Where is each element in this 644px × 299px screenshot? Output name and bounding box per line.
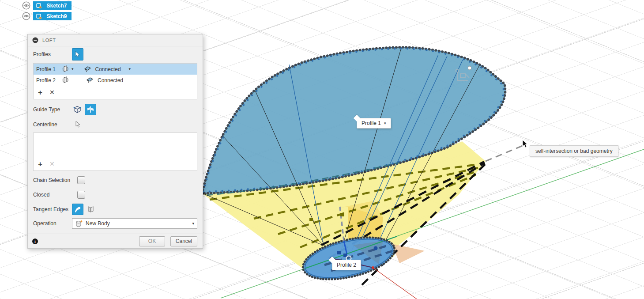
guide-type-label: Guide Type — [33, 106, 72, 113]
chain-selection-checkbox[interactable] — [77, 176, 85, 184]
profile-2-callout-label: Profile 2 — [337, 262, 356, 268]
profiles-label: Profiles — [33, 51, 72, 57]
operation-dropdown[interactable]: New Body ▾ — [72, 218, 197, 229]
profile-row-1[interactable]: Profile 1 ▾ Connected ▾ — [34, 64, 197, 75]
tangent-smooth-button[interactable] — [72, 204, 83, 215]
sketch-icon — [36, 13, 42, 19]
chevron-down-icon[interactable]: ▾ — [384, 121, 386, 125]
centerline-icon — [87, 106, 94, 114]
red-axis-line — [373, 268, 417, 299]
select-cursor-icon — [75, 51, 80, 58]
profile-2-callout[interactable]: Profile 2 — [332, 260, 361, 270]
centerline-list[interactable]: + ✕ — [33, 132, 197, 171]
tangent-sharp-icon — [87, 205, 95, 213]
centerline-label: Centerline — [33, 121, 72, 128]
profile-1-callout-label: Profile 1 — [362, 120, 381, 126]
add-centerline-button[interactable]: + — [38, 160, 42, 168]
remove-centerline-button[interactable]: ✕ — [49, 161, 55, 167]
profile-1-name: Profile 1 — [36, 66, 62, 72]
cancel-button[interactable]: Cancel — [170, 236, 197, 246]
visibility-eye-icon[interactable] — [22, 1, 30, 10]
loft-dialog[interactable]: LOFT Profiles Profile 1 — [27, 34, 203, 249]
tangent-smooth-icon — [74, 205, 82, 213]
profile-sheets-icon[interactable] — [62, 65, 70, 73]
mouse-cursor — [522, 140, 529, 148]
guide-type-rails-button[interactable] — [72, 104, 83, 115]
chevron-down-icon[interactable]: ▾ — [129, 67, 131, 71]
browser-row-sketch7[interactable]: Sketch7 — [22, 1, 72, 10]
profiles-list: Profile 1 ▾ Connected ▾ Profile 2 — [33, 63, 197, 99]
profile-sheets-icon[interactable] — [62, 76, 70, 84]
ok-button[interactable]: OK — [139, 236, 165, 246]
chevron-down-icon[interactable]: ▾ — [72, 67, 74, 71]
profile-2-name: Profile 2 — [36, 77, 62, 83]
chevron-down-icon[interactable]: ▾ — [192, 222, 194, 226]
closed-label: Closed — [33, 192, 77, 198]
collapse-icon[interactable] — [32, 37, 38, 43]
operation-label: Operation — [33, 220, 72, 227]
connected-flag-icon[interactable] — [84, 66, 92, 72]
operation-value: New Body — [86, 220, 189, 227]
chain-selection-label: Chain Selection — [33, 177, 77, 183]
profile-2-connection[interactable]: Connected — [98, 77, 123, 83]
tangent-edges-label: Tangent Edges — [33, 206, 72, 212]
centerline-cursor-icon[interactable] — [75, 121, 81, 128]
add-profile-button[interactable]: + — [38, 89, 42, 96]
rails-icon — [73, 105, 82, 114]
dialog-title: LOFT — [42, 38, 56, 43]
remove-profile-button[interactable]: ✕ — [49, 89, 55, 95]
profile-row-2[interactable]: Profile 2 Connected — [34, 75, 197, 86]
visibility-eye-icon[interactable] — [22, 12, 30, 20]
closed-checkbox[interactable] — [77, 191, 85, 199]
info-icon[interactable]: i — [32, 238, 38, 244]
browser-row-sketch9[interactable]: Sketch9 — [22, 12, 72, 20]
guide-type-centerline-button[interactable] — [85, 104, 96, 115]
sketch9-badge[interactable]: Sketch9 — [33, 12, 72, 20]
sketch9-label: Sketch9 — [45, 13, 69, 19]
profile-1-connection[interactable]: Connected — [95, 66, 121, 72]
error-tooltip: self-intersection or bad geometry — [530, 145, 618, 157]
origin-point — [372, 266, 374, 269]
sketch-icon — [36, 3, 42, 9]
loft-overlap-peach — [392, 244, 425, 263]
sketch7-label: Sketch7 — [45, 3, 69, 9]
tangent-sharp-button[interactable] — [86, 204, 96, 215]
new-body-icon — [75, 220, 83, 227]
connected-flag-icon[interactable] — [87, 77, 94, 83]
profiles-select-button[interactable] — [72, 48, 83, 61]
gray-dashed-line — [486, 145, 523, 161]
fusion-viewport: self-intersection or bad geometry Profil… — [0, 0, 644, 299]
dialog-header[interactable]: LOFT — [28, 34, 203, 46]
sketch7-badge[interactable]: Sketch7 — [33, 1, 72, 10]
profile-1-callout[interactable]: Profile 1 ▾ — [357, 118, 391, 129]
